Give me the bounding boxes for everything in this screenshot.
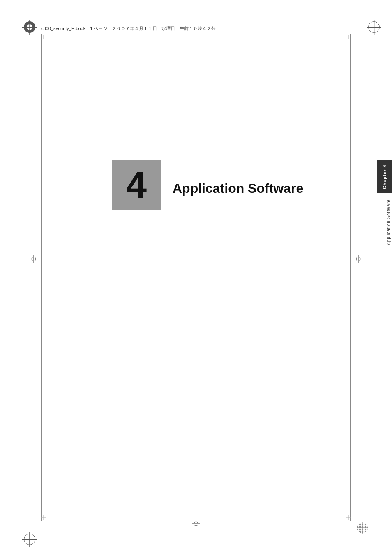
inner-corner-br <box>346 514 351 521</box>
header-meta-text: c300_security_E.book 1 ページ ２００７年４月１１日 水曜… <box>41 25 216 32</box>
chapter-number: 4 <box>126 166 147 204</box>
mid-left-cross <box>30 255 38 265</box>
bottom-center-cross <box>192 520 200 530</box>
left-rule <box>41 34 42 521</box>
header-meta: c300_security_E.book 1 ページ ２００７年４月１１日 水曜… <box>41 25 351 32</box>
inner-corner-tr <box>346 34 351 41</box>
chapter-tab: Chapter 4 <box>377 160 392 193</box>
mid-right-cross <box>354 255 362 265</box>
page: c300_security_E.book 1 ページ ２００７年４月１１日 水曜… <box>0 0 392 555</box>
inner-corner-tl <box>41 34 46 41</box>
right-rule <box>350 34 351 521</box>
sidebar-app-software-label: Application Software <box>385 193 392 251</box>
top-rule <box>41 34 351 34</box>
inner-corner-bl <box>41 514 46 521</box>
chapter-title: Application Software <box>173 181 303 196</box>
chapter-number-box: 4 <box>112 160 161 210</box>
reg-mark-bottom-right <box>357 522 368 534</box>
